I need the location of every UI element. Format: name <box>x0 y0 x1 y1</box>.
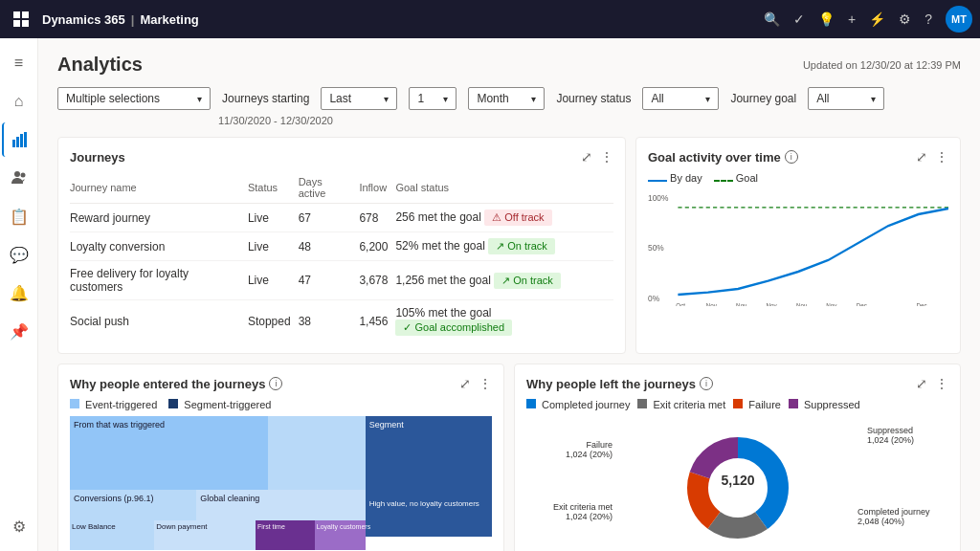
filters-row: Multiple selections ▾ Journeys starting … <box>57 87 961 110</box>
svg-rect-7 <box>24 132 27 147</box>
goal-legend-color <box>714 180 733 182</box>
treemap-legend: Event-triggered Segment-triggered <box>70 399 492 410</box>
search-icon[interactable]: 🔍 <box>764 11 780 27</box>
goal-value: All <box>816 92 829 105</box>
segment-triggered-color <box>168 399 178 408</box>
journey-inflow: 1,456 <box>359 300 395 342</box>
status-badge: ⚠ Off track <box>484 209 551 226</box>
goal-label: Journey goal <box>730 92 796 105</box>
journey-goal-status: 256 met the goal ⚠ Off track <box>395 204 613 232</box>
settings-icon[interactable]: ⚙ <box>899 11 911 27</box>
journey-inflow: 6,200 <box>359 232 395 261</box>
more-icon[interactable]: ⋮ <box>935 149 948 165</box>
number-label: 1 <box>417 92 424 105</box>
page-title: Analytics <box>57 54 143 76</box>
left-info-icon[interactable]: i <box>700 377 713 390</box>
col-goal: Goal status <box>395 172 613 204</box>
page-header: Analytics Updated on 12/30/20 at 12:39 P… <box>57 54 961 76</box>
expand-icon[interactable]: ⤢ <box>581 149 592 165</box>
sidebar-home[interactable]: ⌂ <box>2 84 36 119</box>
sidebar-notifications[interactable]: 🔔 <box>2 276 36 310</box>
period-filter[interactable]: Month ▾ <box>468 87 545 110</box>
sidebar-bookmarks[interactable]: 📌 <box>2 314 36 348</box>
status-filter[interactable]: All ▾ <box>642 87 719 110</box>
svg-text:100%: 100% <box>648 192 668 203</box>
checkmark-icon[interactable]: ✓ <box>793 11 805 27</box>
goal-info-icon[interactable]: i <box>785 150 798 164</box>
failure-annotation: Failure 1,024 (20%) <box>536 440 612 459</box>
journeys-card: Journeys ⤢ ⋮ Journey name Status Days ac… <box>57 137 626 354</box>
add-icon[interactable]: + <box>848 11 856 27</box>
suppressed-color <box>789 399 798 408</box>
goal-activity-title: Goal activity over time <box>648 150 781 165</box>
svg-text:Dec: Dec <box>857 302 868 306</box>
journey-status: Stopped <box>248 300 299 342</box>
last-filter[interactable]: Last ▾ <box>321 87 397 110</box>
entered-info-icon[interactable]: i <box>269 377 282 390</box>
sidebar: ≡ ⌂ 📋 💬 🔔 📌 ⚙ <box>0 38 38 551</box>
svg-point-8 <box>14 171 20 177</box>
chevron-icon: ▾ <box>384 94 389 104</box>
journey-days: 67 <box>299 204 360 232</box>
sidebar-menu[interactable]: ≡ <box>2 46 36 80</box>
svg-rect-6 <box>20 134 23 147</box>
svg-rect-0 <box>13 11 20 18</box>
more-icon[interactable]: ⋮ <box>935 376 948 391</box>
pie-legend: Completed journey Exit criteria met Fail… <box>526 399 948 410</box>
user-avatar[interactable]: MT <box>946 6 972 33</box>
expand-icon[interactable]: ⤢ <box>916 376 927 391</box>
svg-text:5,120: 5,120 <box>721 473 754 488</box>
status-badge: ↗ On track <box>488 238 555 254</box>
status-badge: ✓ Goal accomplished <box>395 320 512 336</box>
sidebar-analytics[interactable] <box>2 122 36 157</box>
lightbulb-icon[interactable]: 💡 <box>818 11 835 27</box>
goal-filter[interactable]: All ▾ <box>808 87 884 110</box>
svg-text:Dec: Dec <box>917 302 928 306</box>
more-icon[interactable]: ⋮ <box>479 376 492 391</box>
treemap-loyalty-label: Loyalty customers <box>315 522 372 531</box>
filter-icon[interactable]: ⚡ <box>869 11 885 27</box>
why-left-title: Why people left the journeys <box>526 377 696 391</box>
treemap-block-segment: Segment <box>366 416 492 537</box>
svg-text:Oct: Oct <box>676 302 685 306</box>
svg-point-34 <box>711 461 765 515</box>
status-value: All <box>651 92 663 105</box>
svg-rect-4 <box>12 140 15 147</box>
completed-annotation: Completed journey 2,048 (40%) <box>858 507 944 526</box>
sidebar-pages[interactable]: 📋 <box>2 199 36 233</box>
main-content: Analytics Updated on 12/30/20 at 12:39 P… <box>38 38 980 551</box>
chevron-icon: ▾ <box>705 94 710 104</box>
expand-icon[interactable]: ⤢ <box>459 376 471 391</box>
top-nav: Dynamics 365 | Marketing 🔍 ✓ 💡 + ⚡ ⚙ ? M… <box>0 0 980 38</box>
goal-chart-area: 100% 50% 0% Oct 31 Nov 6 Nov 12 <box>648 191 948 306</box>
sidebar-messages[interactable]: 💬 <box>2 237 36 272</box>
help-icon[interactable]: ? <box>924 11 932 27</box>
by-day-legend-color <box>648 180 667 182</box>
failure-color <box>733 399 743 408</box>
svg-text:Nov: Nov <box>826 302 837 306</box>
svg-rect-3 <box>22 20 29 27</box>
goal-chart-svg: 100% 50% 0% Oct 31 Nov 6 Nov 12 <box>648 191 948 306</box>
date-range: 11/30/2020 - 12/30/2020 <box>218 115 333 126</box>
journey-days: 38 <box>299 300 360 342</box>
event-triggered-color <box>70 399 79 408</box>
why-entered-title: Why people entered the journeys <box>70 377 265 391</box>
journeys-table: Journey name Status Days active Inflow G… <box>70 172 613 342</box>
sidebar-contacts[interactable] <box>2 161 36 195</box>
svg-text:Nov: Nov <box>796 302 808 306</box>
col-name: Journey name <box>70 172 248 204</box>
number-filter[interactable]: 1 ▾ <box>409 87 457 110</box>
svg-rect-5 <box>16 137 19 147</box>
journey-inflow: 678 <box>359 204 395 232</box>
journeys-starting-label: Journeys starting <box>222 92 309 105</box>
app-brand: Dynamics 365 | Marketing <box>42 12 199 27</box>
sidebar-settings[interactable]: ⚙ <box>2 509 36 543</box>
more-icon[interactable]: ⋮ <box>600 149 613 165</box>
segment-filter[interactable]: Multiple selections ▾ <box>57 87 211 110</box>
col-days: Days active <box>299 172 360 204</box>
expand-icon[interactable]: ⤢ <box>916 149 927 165</box>
app-grid-icon[interactable] <box>8 6 34 33</box>
treemap-block-down: Down payment <box>154 520 256 550</box>
completed-color <box>526 399 536 408</box>
pie-chart-container: 5,120 Failure 1,024 (20%) Exit criteria … <box>526 416 948 551</box>
